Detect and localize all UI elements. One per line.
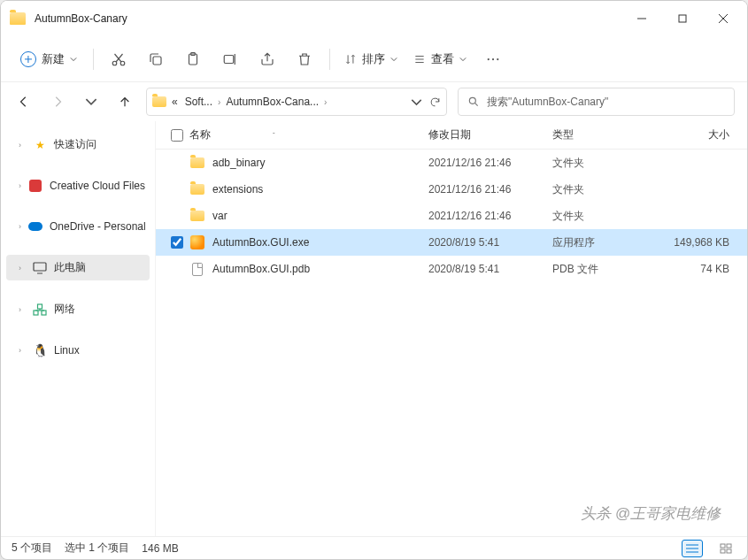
details-view-button[interactable]	[682, 540, 703, 557]
chevron-down-icon	[459, 56, 467, 63]
row-checkbox[interactable]	[171, 236, 183, 249]
sort-button[interactable]: 排序	[337, 46, 405, 73]
file-date: 2021/12/16 21:46	[428, 210, 552, 222]
titlebar: AutumnBox-Canary	[1, 1, 747, 36]
table-row[interactable]: adb_binary2021/12/16 21:46文件夹	[156, 150, 747, 176]
column-headers: 名称ˆ 修改日期 类型 大小	[156, 121, 747, 150]
copy-button[interactable]	[138, 43, 174, 75]
explorer-window: AutumnBox-Canary 新建 排序 查看	[0, 0, 748, 560]
file-date: 2020/8/19 5:41	[428, 236, 552, 249]
svg-point-16	[469, 97, 475, 104]
up-button[interactable]	[114, 91, 135, 112]
linux-icon: 🐧	[33, 343, 47, 357]
table-row[interactable]: AutumnBox.GUI.pdb2020/8/19 5:41PDB 文件74 …	[156, 256, 747, 282]
table-row[interactable]: AutumnBox.GUI.exe2020/8/19 5:41应用程序149,9…	[156, 229, 747, 256]
search-input[interactable]: 搜索"AutumnBox-Canary"	[458, 88, 735, 116]
svg-point-14	[492, 58, 494, 59]
svg-rect-21	[42, 311, 46, 315]
svg-rect-9	[224, 55, 234, 63]
chevron-right-icon: ›	[19, 222, 21, 231]
search-icon	[467, 96, 480, 108]
address-bar[interactable]: « Soft... › AutumnBox-Cana... ›	[146, 88, 447, 116]
col-name[interactable]: 名称ˆ	[189, 127, 428, 142]
network-icon	[33, 303, 47, 317]
status-size: 146 MB	[142, 542, 178, 555]
chevron-right-icon: ›	[19, 181, 21, 190]
table-row[interactable]: var2021/12/16 21:46文件夹	[156, 203, 747, 229]
separator	[93, 49, 94, 70]
tiles-view-button[interactable]	[715, 540, 736, 557]
file-type: 文件夹	[552, 182, 659, 197]
folder-icon	[10, 12, 26, 25]
file-type: 文件夹	[552, 156, 659, 171]
back-button[interactable]	[13, 91, 35, 112]
svg-point-13	[488, 58, 490, 59]
sidebar-item-5[interactable]: ›🐧Linux	[6, 338, 150, 363]
main-panel: 名称ˆ 修改日期 类型 大小 adb_binary2021/12/16 21:4…	[156, 121, 747, 536]
recent-button[interactable]	[81, 91, 102, 112]
folder-icon	[189, 182, 205, 196]
chevron-down-icon	[390, 56, 397, 63]
file-name: extensions	[212, 183, 263, 196]
sidebar-item-4[interactable]: ›网络	[6, 296, 150, 322]
status-bar: 5 个项目 选中 1 个项目 146 MB	[1, 536, 747, 559]
file-date: 2021/12/16 21:46	[428, 183, 552, 196]
chevron-down-icon[interactable]	[411, 96, 422, 108]
paste-button[interactable]	[175, 43, 211, 75]
nav-row: « Soft... › AutumnBox-Cana... › 搜索"Autum…	[1, 82, 747, 121]
svg-point-15	[497, 58, 498, 59]
exe-icon	[189, 235, 205, 249]
table-row[interactable]: extensions2021/12/16 21:46文件夹	[156, 176, 747, 203]
file-list: adb_binary2021/12/16 21:46文件夹extensions2…	[156, 150, 747, 536]
folder-icon	[189, 156, 205, 170]
chevron-right-icon: ›	[19, 141, 26, 150]
file-type: 文件夹	[552, 209, 659, 224]
breadcrumb[interactable]: Soft...	[183, 96, 214, 108]
file-date: 2021/12/16 21:46	[428, 157, 552, 169]
svg-rect-31	[727, 549, 731, 553]
col-date[interactable]: 修改日期	[428, 127, 552, 142]
maximize-button[interactable]	[662, 4, 703, 33]
plus-icon	[20, 51, 36, 67]
chevron-right-icon: ›	[19, 305, 26, 314]
view-button[interactable]: 查看	[406, 46, 474, 73]
sidebar-item-1[interactable]: ›Creative Cloud Files	[6, 173, 150, 198]
toolbar: 新建 排序 查看	[1, 36, 747, 82]
status-selected: 选中 1 个项目	[65, 541, 129, 556]
file-name: AutumnBox.GUI.pdb	[212, 263, 310, 275]
col-size[interactable]: 大小	[659, 127, 738, 142]
folder-icon	[189, 209, 205, 223]
sidebar-item-3[interactable]: ›此电脑	[6, 255, 150, 280]
status-count: 5 个项目	[12, 541, 52, 556]
sidebar-item-label: OneDrive - Personal	[50, 220, 146, 233]
cut-button[interactable]	[101, 43, 136, 75]
new-button[interactable]: 新建	[12, 46, 86, 73]
new-label: 新建	[42, 51, 65, 67]
sort-asc-icon: ˆ	[273, 131, 275, 139]
select-all-checkbox[interactable]	[171, 129, 183, 142]
pc-icon	[33, 261, 47, 275]
star-icon: ★	[33, 138, 47, 152]
file-name: var	[212, 210, 227, 222]
more-button[interactable]	[475, 43, 511, 75]
rename-button[interactable]	[212, 43, 248, 75]
minimize-button[interactable]	[621, 4, 662, 33]
refresh-icon[interactable]	[429, 96, 441, 108]
cc-icon	[28, 179, 42, 193]
breadcrumb[interactable]: AutumnBox-Cana...	[224, 96, 320, 108]
svg-rect-30	[721, 549, 725, 553]
sidebar-item-2[interactable]: ›OneDrive - Personal	[6, 214, 150, 239]
forward-button[interactable]	[47, 91, 68, 112]
svg-rect-22	[38, 304, 42, 309]
content: ›★快速访问›Creative Cloud Files›OneDrive - P…	[1, 121, 747, 536]
share-button[interactable]	[250, 43, 285, 75]
file-size: 74 KB	[659, 263, 738, 275]
file-size: 149,968 KB	[659, 236, 738, 249]
sidebar-item-label: 此电脑	[54, 260, 86, 275]
breadcrumb-pre: «	[170, 96, 180, 108]
col-type[interactable]: 类型	[552, 127, 659, 142]
sidebar-item-0[interactable]: ›★快速访问	[6, 132, 150, 157]
close-button[interactable]	[703, 4, 744, 33]
delete-button[interactable]	[287, 43, 322, 75]
sidebar: ›★快速访问›Creative Cloud Files›OneDrive - P…	[1, 121, 156, 536]
